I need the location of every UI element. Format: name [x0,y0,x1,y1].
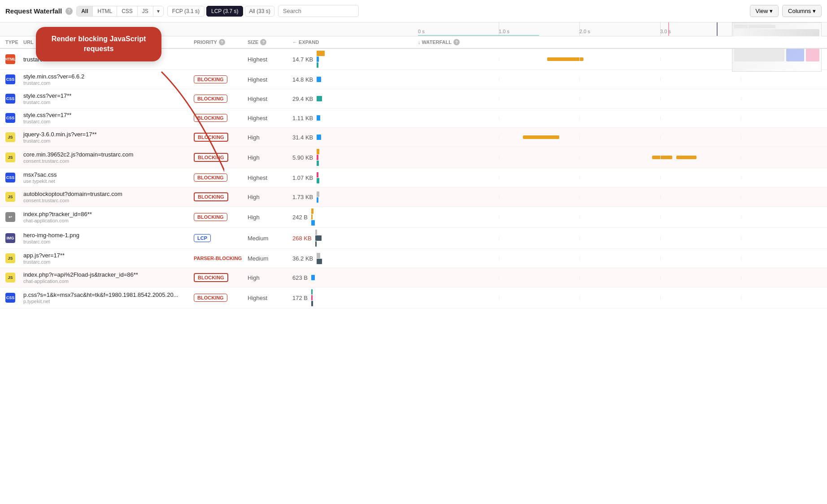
table-row[interactable]: CSSstyle.css?ver=17**trustarc.comBLOCKIN… [0,89,827,109]
scale-3s: 3.0 s [660,29,671,34]
size-cell: 1.73 KB [292,190,418,204]
url-cell[interactable]: index.php?tracker_id=86**chat-applicatio… [23,209,194,225]
type-icon-js: JS [5,132,15,142]
domain-text: use.typekit.net [23,178,55,184]
url-cell[interactable]: trustarc.com/ [23,54,194,65]
mini-bar [317,149,319,154]
col-priority: PRIORITY ? [194,39,248,45]
type-cell: JS [5,190,23,204]
filter-css[interactable]: CSS [117,6,138,16]
filter-all[interactable]: All [77,6,93,16]
waterfall-bars [418,236,822,240]
url-cell[interactable]: p.css?s=1&k=msx7sac&ht=tk&f=1980.1981.85… [23,290,194,306]
view-button[interactable]: View ▾ [750,5,779,17]
priority-cell: High [248,192,292,202]
url-cell[interactable]: hero-img-home-1.pngtrustarc.com [23,230,194,246]
type-cell: HTML [5,52,23,66]
col-expand: ← EXPAND [292,39,418,45]
timeline-grid-line [579,256,580,260]
size-cell: 242 B [292,207,418,227]
table-row[interactable]: JSautoblockoptout?domain=trustarc.comcon… [0,187,827,207]
timeline-grid-line [741,296,741,300]
status-cell: BLOCKING [194,74,248,85]
mini-bars [311,275,315,280]
waterfall-bar [547,57,583,61]
domain-text: trustarc.com [23,119,51,124]
mini-bar [311,209,313,214]
mini-bar [311,214,313,220]
url-cell[interactable]: jquery-3.6.0.min.js?ver=17**trustarc.com [23,129,194,145]
url-cell[interactable]: app.js?ver=17**trustarc.com [23,250,194,266]
table-row[interactable]: JSjquery-3.6.0.min.js?ver=17**trustarc.c… [0,128,827,147]
table-row[interactable]: ↩index.php?tracker_id=86**chat-applicati… [0,207,827,228]
url-cell[interactable]: autoblockoptout?domain=trustarc.comconse… [23,189,194,205]
type-icon-css: CSS [5,173,15,182]
table-row[interactable]: CSSmsx7sac.cssuse.typekit.netBLOCKINGHig… [0,168,827,187]
timeline-grid-line [660,156,661,159]
url-cell[interactable]: msx7sac.cssuse.typekit.net [23,169,194,186]
priority-cell: Highest [248,74,292,85]
table-row[interactable]: JScore.min.39652c2.js?domain=trustarc.co… [0,147,827,168]
column-headers: TYPE URL PRIORITY ? SIZE ? ← EXPAND ↓ WA… [0,36,827,49]
table-row[interactable]: IMGhero-img-home-1.pngtrustarc.comLCPMed… [0,228,827,249]
url-cell[interactable]: index.php?r=api%2Fload-js&tracker_id=86*… [23,269,194,286]
mini-bars [317,253,322,264]
table-row[interactable]: JSindex.php?r=api%2Fload-js&tracker_id=8… [0,268,827,287]
waterfall-bars [418,135,822,139]
waterfall-bars [418,156,822,159]
size-cell: 623 B [292,273,418,283]
timeline-grid-line [660,256,661,260]
domain-text: trustarc.com [23,100,51,105]
mini-bar [315,230,317,235]
priority-text: Highest [248,174,267,181]
type-cell: CSS [5,73,23,86]
type-icon-css: CSS [5,94,15,104]
domain-text: trustarc.com [23,138,51,143]
filter-dropdown[interactable]: ▾ [153,6,163,16]
table-row[interactable]: JSapp.js?ver=17**trustarc.comPARSER-BLOC… [0,249,827,268]
milestone-lcp[interactable]: LCP (3.7 s) [206,6,243,17]
type-icon-html: HTML [5,54,15,64]
mini-bars [317,149,319,166]
waterfall-bars [418,176,822,179]
size-cell: 14.7 KB [292,49,418,70]
mini-bar [311,289,313,295]
mini-bar [311,220,315,226]
type-cell: ↩ [5,210,23,224]
priority-cell: Medium [248,253,292,264]
col-type: TYPE [5,39,23,45]
filter-html[interactable]: HTML [93,6,117,16]
columns-button[interactable]: Columns ▾ [782,5,822,17]
status-cell: BLOCKING [194,151,248,164]
mini-bar [311,275,315,280]
url-cell[interactable]: style.min.css?ver=6.6.2trustarc.com [23,71,194,87]
type-cell: JS [5,130,23,144]
search-input[interactable] [278,5,359,17]
col-size: SIZE ? [248,39,292,45]
status-badge: BLOCKING [194,75,227,83]
timeline-grid-line [741,215,741,219]
url-cell[interactable]: core.min.39652c2.js?domain=trustarc.comc… [23,149,194,165]
milestone-fcp[interactable]: FCP (3.1 s) [167,6,205,17]
priority-text: High [248,214,260,221]
url-cell[interactable]: style.css?ver=17**trustarc.com [23,110,194,126]
status-cell: BLOCKING [194,292,248,304]
table-row[interactable]: CSSstyle.min.css?ver=6.6.2trustarc.comBL… [0,70,827,89]
table-row[interactable]: CSSp.css?s=1&k=msx7sac&ht=tk&f=1980.1981… [0,287,827,308]
timeline-grid-line [499,276,499,279]
waterfall-cell [418,207,822,227]
waterfall-cell [418,89,822,108]
table-row[interactable]: CSSstyle.css?ver=17**trustarc.comBLOCKIN… [0,109,827,128]
milestone-all-dropdown[interactable]: All (33 s) [245,6,274,17]
mini-bar [311,301,313,306]
url-text: jquery-3.6.0.min.js?ver=17** [23,131,97,138]
type-icon-js: JS [5,273,15,282]
filter-js[interactable]: JS [138,6,153,16]
timeline-grid-line [499,97,499,100]
priority-text: Highest [248,115,267,122]
timeline-grid-line [579,57,580,61]
type-icon-css: CSS [5,74,15,84]
url-cell[interactable]: style.css?ver=17**trustarc.com [23,91,194,107]
table-row[interactable]: HTMLtrustarc.com/Highest14.7 KB [0,49,827,70]
timeline-grid-line [499,215,499,219]
